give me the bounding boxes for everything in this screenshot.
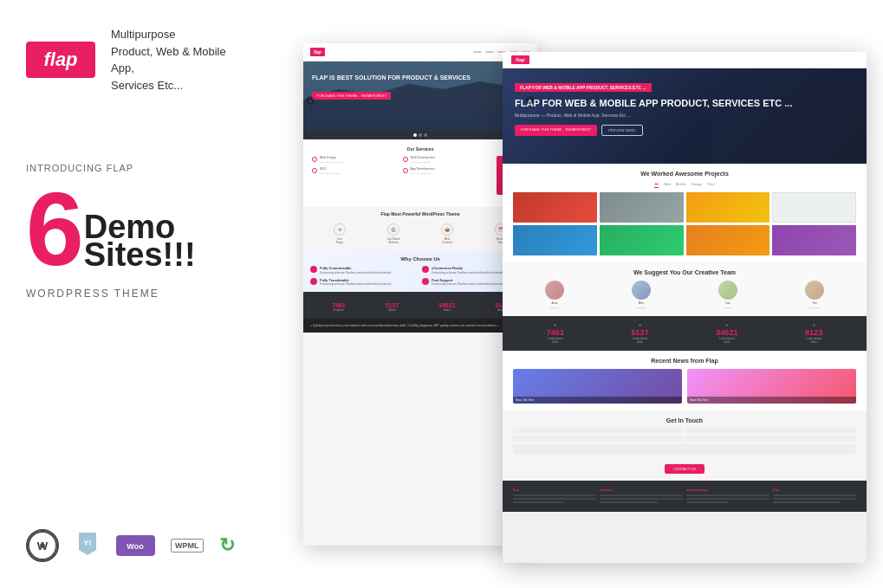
ss-r-nav-item-1 [754, 59, 767, 61]
ss-r-filter-3[interactable]: Design [691, 182, 702, 188]
ss-stat-2: 5137 Clients [385, 302, 399, 312]
ss-r-team-member-2: Mike Developer [600, 281, 683, 309]
ss-r-project-6 [600, 225, 684, 255]
ss-r-contact-title: Get In Touch [513, 417, 856, 423]
ss-r-news-section: Recent News from Flap News Title Here Ne… [503, 351, 867, 410]
ss-r-team-member-1: Anna Designer [513, 281, 596, 309]
ss-r-btn-preview[interactable]: PREVIEW DEMO [601, 125, 643, 136]
ss-r-stat-icon-3: ✦ [716, 323, 737, 327]
ss-r-contact-section: Get In Touch CONTACT US [503, 410, 867, 481]
ss-r-hero: FLAP FOR WEB & MOBILE APP PRODUCT, SERVI… [503, 68, 867, 164]
ss-r-nav-item-2 [772, 59, 785, 61]
logo-badge: flap [26, 42, 95, 78]
demo-title-line2: Sites!!! [84, 237, 196, 274]
svg-text:W: W [37, 540, 49, 552]
screenshot-right: flap FLAP FOR WEB & MOBILE APP PRODUCT, … [503, 52, 867, 563]
ss-r-stat-icon-1: ✦ [547, 323, 564, 327]
woocommerce-icon: Woo [116, 535, 155, 556]
ss-r-hero-tag: FLAP FOR WEB & MOBILE APP PRODUCT, SERVI… [515, 83, 652, 92]
ss-r-filter-4[interactable]: Print [707, 182, 714, 188]
ss-r-footer-line-4b [773, 498, 856, 500]
ss-why-grid: Fully Customizable Enterprising schemas … [310, 266, 530, 287]
ss-service-text-4: App DevelopmentShort description text [411, 167, 435, 175]
ss-r-stat-1: ✦ 7461 Lorem IpsumDolor [547, 323, 564, 344]
yoast-icon: Y! [75, 531, 101, 560]
ss-r-member-role-1: Designer [550, 307, 559, 309]
ss-stat-num-2: 5137 [385, 302, 399, 308]
tagline-line1: Multipurpose [111, 26, 251, 43]
ss-services-grid: Web DesignShort description text here We… [312, 156, 490, 175]
ss-why-text-2: eCommerce Ready Enterprising schemas Par… [432, 266, 503, 275]
left-panel: flap Multipurpose Product, Web & Mobile … [0, 0, 277, 588]
ss-r-member-name-1: Anna [551, 301, 557, 305]
ss-r-contact-btn[interactable]: CONTACT US [665, 464, 704, 474]
ss-r-project-3 [686, 192, 770, 223]
ss-r-projects-title: We Worked Awesome Projects [513, 171, 856, 177]
ss-r-footer: flap creative apeirodesign [503, 481, 867, 512]
ss-r-footer-line-1c [513, 501, 563, 503]
ss-service-webdesign: Web DesignShort description text here [312, 156, 399, 164]
svg-text:Woo: Woo [127, 542, 144, 551]
ss-r-member-name-3: Lisa [725, 301, 730, 305]
ss-r-footer-grid: flap creative apeirodesign [513, 488, 856, 505]
ss-r-stat-num-3: 34521 [716, 328, 737, 337]
ss-stat-3: 34521 Hours [438, 302, 455, 312]
ss-service-icon-1 [312, 157, 317, 162]
ss-r-avatar-2 [632, 281, 651, 300]
ss-r-footer-col-1: flap [513, 488, 596, 505]
ss-arrow-right[interactable]: › [526, 96, 535, 105]
ss-r-news-item-1: News Title Here [513, 369, 682, 404]
ss-service-icon-4 [403, 168, 408, 173]
ss-service-text-2: Web DevelopmentShort description text [411, 156, 436, 164]
ss-r-btn-purchase[interactable]: PURCHASE THIS THEME - THEMEFOREST [515, 125, 597, 136]
ss-r-nav-item-5 [827, 59, 840, 61]
ss-stat-label-1: Projects [332, 308, 346, 312]
ss-hero-btn: PURCHASE THIS THEME - THEMEFOREST [312, 92, 391, 100]
ss-service-seo: SEOShort description text [312, 167, 399, 175]
ss-r-footer-line-1b [513, 498, 596, 500]
ss-service-icon-2 [403, 157, 408, 162]
ss-r-news-item-2: News Title Here [687, 369, 856, 404]
ss-why-item-1: Fully Customizable Enterprising schemas … [310, 266, 419, 275]
ss-r-team-section: We Suggest You Our Creative Team Anna De… [503, 262, 867, 316]
ss-r-project-2 [600, 192, 684, 223]
ss-stat-1: 7461 Projects [332, 302, 346, 312]
ss-r-filter-1[interactable]: Web [664, 182, 671, 188]
ss-footer-quote: « Quickly extend end-to-end markets with… [310, 324, 530, 328]
ss-r-footer-col-4: flap [773, 488, 856, 505]
ss-stats-row: 7461 Projects 5137 Clients 34521 Hours 8… [312, 302, 529, 312]
ss-hero-title: FLAP IS BEST SOLUTION FOR PRODUCT & SERV… [312, 74, 529, 81]
ss-r-filter-all[interactable]: All [654, 182, 658, 188]
ss-stat-label-2: Clients [385, 308, 399, 312]
ss-services-title: Our Services [312, 146, 529, 152]
ss-r-nav-item-4 [808, 59, 821, 61]
ss-r-filter-2[interactable]: Mobile [676, 182, 686, 188]
ss-r-stat-num-1: 7461 [547, 328, 564, 337]
ss-r-projects-section: We Worked Awesome Projects All Web Mobil… [503, 164, 867, 262]
ss-r-stat-4: ✦ 8123 Lorem IpsumDolor [805, 323, 822, 344]
ss-feature-icon-2: 🏠 Live BasedModules [387, 223, 400, 244]
ss-why-text-3: Fully Translatable Enterprising schemas … [320, 278, 391, 287]
ss-r-footer-col-2: creative [600, 488, 683, 505]
ss-r-footer-col-3: apeirodesign [686, 488, 769, 505]
ss-r-stat-label-2: Lorem IpsumDolor [632, 337, 649, 344]
ss-why-icon-1 [310, 266, 317, 273]
ss-r-news-title: Recent News from Flap [513, 358, 856, 364]
ss-r-avatar-3 [718, 281, 737, 300]
ss-r-footer-line-1a [513, 494, 596, 496]
ss-dot-3 [424, 133, 427, 137]
ss-r-member-name-4: Tom [812, 301, 817, 305]
ss-r-footer-line-4a [773, 494, 856, 496]
ss-r-project-1 [513, 192, 597, 223]
ss-r-footer-line-4c [773, 501, 840, 503]
ss-stat-label-3: Hours [438, 308, 455, 312]
ss-r-footer-col-title-4: flap [773, 488, 856, 492]
ss-r-hero-sub: Multipurpose — Product, Web & Mobile App… [515, 113, 854, 118]
ss-r-stat-label-3: Lorem IpsumDolor [716, 337, 737, 344]
ss-r-project-5 [513, 225, 597, 255]
ss-arrow-left[interactable]: ‹ [306, 96, 315, 105]
tagline: Multipurpose Product, Web & Mobile App, … [111, 26, 251, 94]
ss-r-btns: PURCHASE THIS THEME - THEMEFOREST PREVIE… [515, 125, 854, 136]
ss-r-form-field-2 [686, 428, 857, 433]
ss-why-text-4: Fast Support Enterprising schemas Parall… [432, 278, 503, 287]
